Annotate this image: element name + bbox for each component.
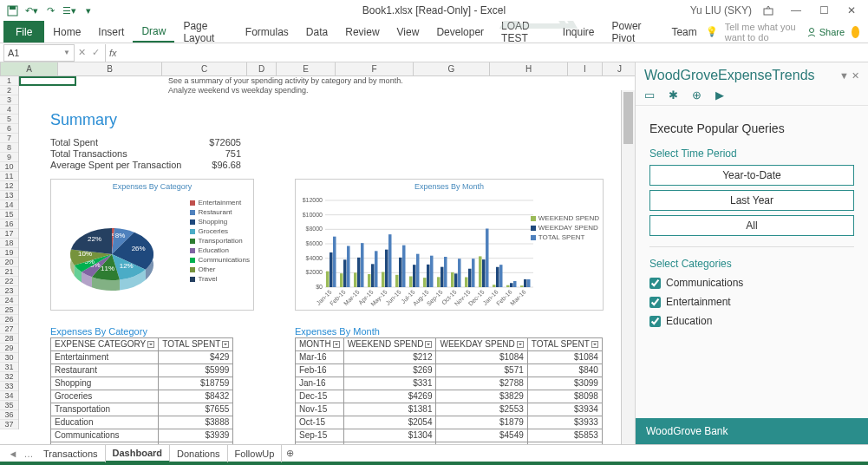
tab-team[interactable]: Team bbox=[662, 21, 705, 43]
cancel-formula-icon[interactable]: ✕ bbox=[75, 47, 88, 58]
row-header[interactable]: 37 bbox=[0, 420, 18, 429]
tab-draw[interactable]: Draw bbox=[133, 21, 174, 43]
category-table[interactable]: EXPENSE CATEGORYTOTAL SPENTEntertainment… bbox=[50, 337, 233, 444]
col-header-C[interactable]: C bbox=[162, 62, 247, 75]
feedback-icon[interactable] bbox=[852, 26, 859, 38]
row-header[interactable]: 15 bbox=[0, 210, 18, 219]
tab-nav-more-icon[interactable]: … bbox=[21, 449, 36, 459]
tab-inquire[interactable]: Inquire bbox=[554, 21, 604, 43]
col-header-A[interactable]: A bbox=[1, 62, 58, 75]
row-header[interactable]: 20 bbox=[0, 258, 18, 267]
formula-input[interactable]: fx bbox=[105, 44, 868, 62]
col-header-H[interactable]: H bbox=[490, 62, 568, 75]
tab-data[interactable]: Data bbox=[297, 21, 336, 43]
tell-me-input[interactable]: Tell me what you want to do bbox=[725, 22, 799, 43]
row-header[interactable]: 17 bbox=[0, 229, 18, 239]
row-header[interactable]: 5 bbox=[0, 115, 18, 124]
add-icon[interactable]: ⊕ bbox=[692, 88, 702, 102]
row-header[interactable]: 29 bbox=[0, 344, 18, 353]
col-header-B[interactable]: B bbox=[58, 62, 162, 75]
row-header[interactable]: 16 bbox=[0, 219, 18, 229]
row-header[interactable]: 27 bbox=[0, 324, 18, 334]
add-sheet-icon[interactable]: ⊕ bbox=[282, 448, 297, 459]
tab-insert[interactable]: Insert bbox=[89, 21, 133, 43]
option-last-year[interactable]: Last Year bbox=[649, 190, 854, 211]
row-header[interactable]: 22 bbox=[0, 277, 18, 286]
pie-chart[interactable]: Expenses By Category 1%8%26%12%11%5%5%10… bbox=[50, 179, 254, 311]
tell-me-bulb-icon[interactable]: 💡 bbox=[706, 26, 718, 37]
row-header[interactable]: 9 bbox=[0, 153, 18, 162]
option-ytd[interactable]: Year-to-Date bbox=[649, 165, 854, 186]
row-header[interactable]: 28 bbox=[0, 334, 18, 344]
row-header[interactable]: 11 bbox=[0, 172, 18, 181]
col-header-F[interactable]: F bbox=[336, 62, 414, 75]
tab-home[interactable]: Home bbox=[44, 21, 89, 43]
tab-nav-prev-icon[interactable]: ◄ bbox=[5, 449, 21, 459]
tab-view[interactable]: View bbox=[388, 21, 428, 43]
row-header[interactable]: 3 bbox=[0, 95, 18, 105]
row-header[interactable]: 21 bbox=[0, 267, 18, 277]
minimize-icon[interactable]: — bbox=[785, 2, 807, 19]
row-header[interactable]: 30 bbox=[0, 353, 18, 363]
vertical-scrollbar[interactable] bbox=[621, 90, 635, 444]
share-button[interactable]: Share bbox=[806, 27, 845, 37]
worksheet[interactable]: ABCDEFGHIJK 1234567891011121314151617181… bbox=[0, 62, 635, 444]
row-header[interactable]: 23 bbox=[0, 286, 18, 296]
name-box[interactable]: A1▼ bbox=[3, 44, 75, 62]
card-icon[interactable]: ▭ bbox=[644, 88, 655, 102]
col-header-E[interactable]: E bbox=[277, 62, 336, 75]
row-header[interactable]: 18 bbox=[0, 239, 18, 248]
row-header[interactable]: 26 bbox=[0, 315, 18, 324]
tab-formulas[interactable]: Formulas bbox=[237, 21, 297, 43]
sheet-tab-transactions[interactable]: Transactions bbox=[36, 445, 106, 462]
ribbon-options-icon[interactable] bbox=[757, 2, 780, 19]
chk-education[interactable]: Education bbox=[649, 315, 854, 327]
chk-communications[interactable]: Communications bbox=[649, 277, 854, 289]
row-header[interactable]: 32 bbox=[0, 372, 18, 382]
col-header-I[interactable]: I bbox=[568, 62, 603, 75]
row-header[interactable]: 13 bbox=[0, 191, 18, 200]
pane-close-icon[interactable]: ✕ bbox=[852, 70, 859, 81]
row-header[interactable]: 25 bbox=[0, 305, 18, 315]
tab-developer[interactable]: Developer bbox=[427, 21, 493, 43]
row-header[interactable]: 7 bbox=[0, 134, 18, 143]
scroll-thumb[interactable] bbox=[623, 92, 633, 144]
row-header[interactable]: 24 bbox=[0, 296, 18, 305]
tab-page-layout[interactable]: Page Layout bbox=[174, 21, 236, 43]
row-header[interactable]: 35 bbox=[0, 401, 18, 410]
row-header[interactable]: 34 bbox=[0, 391, 18, 401]
row-header[interactable]: 10 bbox=[0, 162, 18, 172]
month-table[interactable]: MONTHWEEKEND SPENDWEEKDAY SPENDTOTAL SPE… bbox=[295, 337, 603, 444]
pane-footer[interactable]: WoodGrove Bank bbox=[636, 418, 868, 444]
redo-icon[interactable]: ↷ bbox=[43, 3, 57, 17]
pane-menu-icon[interactable]: ▼ bbox=[839, 70, 849, 81]
close-icon[interactable]: ✕ bbox=[840, 2, 863, 19]
tab-review[interactable]: Review bbox=[336, 21, 388, 43]
row-header[interactable]: 14 bbox=[0, 200, 18, 210]
col-header-D[interactable]: D bbox=[247, 62, 277, 75]
row-header[interactable]: 1 bbox=[0, 76, 18, 86]
row-header[interactable]: 12 bbox=[0, 181, 18, 191]
col-header-G[interactable]: G bbox=[414, 62, 490, 75]
row-header[interactable]: 36 bbox=[0, 410, 18, 420]
row-header[interactable]: 33 bbox=[0, 382, 18, 391]
tab-file[interactable]: File bbox=[3, 21, 44, 43]
row-header[interactable]: 19 bbox=[0, 248, 18, 258]
tab-load-test[interactable]: LOAD TEST bbox=[493, 21, 554, 43]
undo-icon[interactable]: ↶▾ bbox=[24, 3, 38, 17]
option-all[interactable]: All bbox=[649, 215, 854, 236]
bar-chart[interactable]: Expenses By Month $0$2000$4000$6000$8000… bbox=[295, 179, 604, 311]
row-header[interactable]: 6 bbox=[0, 124, 18, 134]
qat-customize-icon[interactable]: ▾ bbox=[82, 3, 95, 17]
col-header-J[interactable]: J bbox=[603, 62, 635, 75]
user-name[interactable]: Yu LIU (SKY) bbox=[690, 4, 752, 16]
row-header[interactable]: 8 bbox=[0, 143, 18, 153]
save-icon[interactable] bbox=[5, 3, 19, 17]
row-header[interactable]: 2 bbox=[0, 86, 18, 95]
row-header[interactable]: 31 bbox=[0, 363, 18, 372]
maximize-icon[interactable]: ☐ bbox=[813, 2, 835, 19]
touch-mode-icon[interactable]: ☰▾ bbox=[62, 3, 76, 17]
enter-formula-icon[interactable]: ✓ bbox=[88, 47, 102, 58]
flag-icon[interactable]: ▶ bbox=[715, 88, 724, 102]
globe-icon[interactable]: ✱ bbox=[669, 88, 678, 102]
